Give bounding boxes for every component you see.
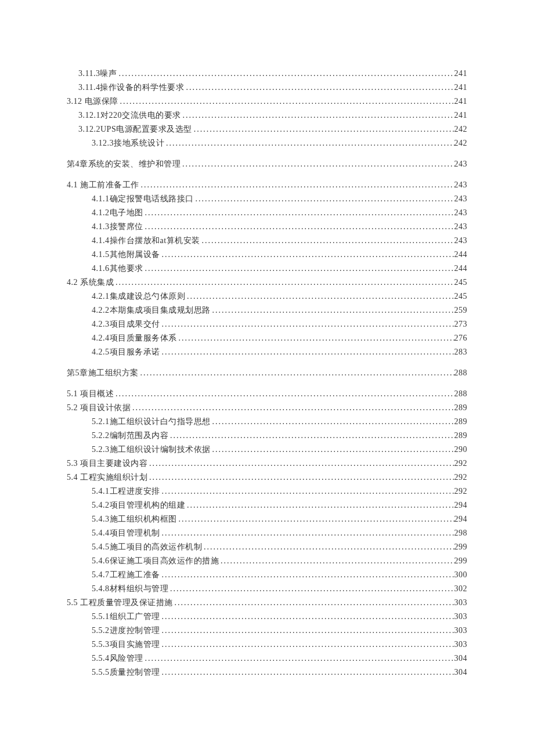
toc-entry[interactable]: 4.2 系统集成245 bbox=[67, 276, 467, 290]
table-of-contents: 3.11.3噪声2413.11.4操作设备的科学性要求 2413.12 电源保障… bbox=[67, 67, 467, 679]
toc-page-number: 292 bbox=[454, 457, 468, 471]
toc-page-number: 298 bbox=[454, 526, 468, 540]
toc-page-number: 289 bbox=[454, 429, 468, 443]
toc-label: 5.4 工程实施组织计划 bbox=[67, 471, 147, 484]
toc-entry[interactable]: 3.12.3接地系统设计242 bbox=[67, 136, 467, 150]
toc-entry[interactable]: 3.11.4操作设备的科学性要求 241 bbox=[67, 81, 467, 95]
toc-entry[interactable]: 5.4.2项目管理机构的组建 294 bbox=[67, 498, 467, 512]
toc-label: 5.4.1工程进度安排 bbox=[92, 484, 160, 498]
toc-leader-dots bbox=[160, 665, 454, 679]
toc-label: 5.2.3施工组织设计编制技术依据 bbox=[92, 443, 211, 457]
toc-page-number: 288 bbox=[454, 366, 468, 380]
toc-entry[interactable]: 4.2.5项目服务承诺283 bbox=[67, 345, 467, 359]
toc-entry[interactable]: 5.1 项目概述288 bbox=[67, 387, 467, 401]
toc-entry[interactable]: 第5章施工组织方案 288 bbox=[67, 366, 467, 380]
toc-page-number: 299 bbox=[454, 540, 468, 554]
toc-leader-dots bbox=[160, 624, 454, 638]
toc-entry[interactable]: 5.4.7工程施工准备300 bbox=[67, 568, 467, 582]
toc-entry[interactable]: 4.1 施工前准备工作 243 bbox=[67, 178, 467, 192]
toc-entry[interactable]: 5.4.1工程进度安排 292 bbox=[67, 484, 467, 498]
toc-leader-dots bbox=[147, 457, 454, 471]
toc-entry[interactable]: 3.12.1对220交流供电的要求 241 bbox=[67, 108, 467, 122]
toc-label: 4.1 施工前准备工作 bbox=[67, 178, 139, 192]
toc-entry[interactable]: 5.2.2编制范围及内容289 bbox=[67, 429, 467, 443]
toc-page-number: 243 bbox=[454, 234, 468, 248]
toc-label: 3.12.2UPS电源配置要求及选型 bbox=[78, 122, 192, 136]
toc-page-number: 289 bbox=[454, 415, 468, 429]
toc-leader-dots bbox=[114, 276, 454, 290]
toc-entry[interactable]: 3.12.2UPS电源配置要求及选型 242 bbox=[67, 122, 467, 136]
toc-entry[interactable]: 4.2.3项目成果交付273 bbox=[67, 317, 467, 331]
toc-leader-dots bbox=[160, 345, 454, 359]
toc-leader-dots bbox=[139, 366, 454, 380]
toc-label: 5.4.6保证施工项目高效运作的措施 bbox=[92, 554, 219, 568]
toc-leader-dots bbox=[168, 429, 454, 443]
toc-entry[interactable]: 5.4.6保证施工项目高效运作的措施 299 bbox=[67, 554, 467, 568]
toc-entry[interactable]: 5.5 工程质量管理及保证措施 303 bbox=[67, 596, 467, 610]
toc-leader-dots bbox=[168, 582, 454, 596]
toc-entry[interactable]: 5.4.8材料组织与管理 302 bbox=[67, 582, 467, 596]
toc-leader-dots bbox=[139, 178, 454, 192]
toc-label: 4.1.6其他要求 bbox=[92, 262, 143, 276]
toc-entry[interactable]: 3.11.3噪声241 bbox=[67, 67, 467, 81]
toc-label: 3.11.4操作设备的科学性要求 bbox=[78, 81, 184, 95]
toc-entry[interactable]: 5.4 工程实施组织计划 292 bbox=[67, 471, 467, 484]
toc-entry[interactable]: 4.1.2电子地图243 bbox=[67, 206, 467, 220]
toc-leader-dots bbox=[143, 220, 454, 234]
toc-label: 4.2 系统集成 bbox=[67, 276, 114, 290]
toc-label: 5.2 项目设计依据 bbox=[67, 401, 131, 415]
toc-entry[interactable]: 4.1.3接警席位243 bbox=[67, 220, 467, 234]
toc-entry[interactable]: 5.4.3施工组织机构框图 294 bbox=[67, 512, 467, 526]
toc-page-number: 243 bbox=[454, 157, 468, 171]
toc-label: 5.5.1组织工广管理 bbox=[92, 610, 160, 624]
toc-entry[interactable]: 4.2.2本期集成项目集成规划思路 259 bbox=[67, 303, 467, 317]
toc-entry[interactable]: 5.2.3施工组织设计编制技术依据 290 bbox=[67, 443, 467, 457]
toc-page-number: 241 bbox=[454, 81, 468, 95]
toc-entry[interactable]: 5.4.4项目管理机制298 bbox=[67, 526, 467, 540]
toc-leader-dots bbox=[184, 81, 454, 95]
toc-page-number: 304 bbox=[454, 652, 468, 665]
toc-label: 5.2.1施工组织设计白勺指导思想 bbox=[92, 415, 211, 429]
toc-entry[interactable]: 5.5.1组织工广管理303 bbox=[67, 610, 467, 624]
toc-label: 5.4.4项目管理机制 bbox=[92, 526, 160, 540]
toc-entry[interactable]: 4.1.6其他要求244 bbox=[67, 262, 467, 276]
toc-leader-dots bbox=[181, 157, 454, 171]
toc-entry[interactable]: 4.2.4项目质量服务体系 276 bbox=[67, 331, 467, 345]
toc-page-number: 241 bbox=[454, 108, 468, 122]
toc-leader-dots bbox=[160, 610, 454, 624]
toc-leader-dots bbox=[143, 262, 454, 276]
toc-entry[interactable]: 5.2.1施工组织设计白勺指导思想 289 bbox=[67, 415, 467, 429]
toc-entry[interactable]: 5.5.3项目实施管理303 bbox=[67, 638, 467, 652]
toc-entry[interactable]: 5.3 项目主要建设内容 292 bbox=[67, 457, 467, 471]
toc-page-number: 243 bbox=[454, 192, 468, 206]
toc-page-number: 245 bbox=[454, 276, 468, 290]
toc-label: 3.12.1对220交流供电的要求 bbox=[78, 108, 181, 122]
toc-entry[interactable]: 5.4.5施工项目的高效运作机制 299 bbox=[67, 540, 467, 554]
toc-leader-dots bbox=[131, 401, 454, 415]
toc-leader-dots bbox=[211, 303, 454, 317]
toc-label: 5.5.2进度控制管理 bbox=[92, 624, 160, 638]
toc-page-number: 283 bbox=[454, 345, 468, 359]
toc-page-number: 243 bbox=[454, 206, 468, 220]
toc-entry[interactable]: 4.1.1确定报警电话线路接口 243 bbox=[67, 192, 467, 206]
toc-entry[interactable]: 5.5.2进度控制管理303 bbox=[67, 624, 467, 638]
toc-entry[interactable]: 3.12 电源保障241 bbox=[67, 95, 467, 108]
toc-entry[interactable]: 4.1.4操作台摆放和at算机安装 243 bbox=[67, 234, 467, 248]
toc-page-number: 288 bbox=[454, 387, 468, 401]
toc-page-number: 303 bbox=[454, 610, 468, 624]
toc-entry[interactable]: 5.5.5质量控制管理304 bbox=[67, 665, 467, 679]
toc-page-number: 244 bbox=[454, 262, 468, 276]
toc-leader-dots bbox=[202, 540, 454, 554]
toc-leader-dots bbox=[160, 317, 454, 331]
toc-entry[interactable]: 4.2.1集成建设总勺体原则 245 bbox=[67, 290, 467, 303]
toc-leader-dots bbox=[211, 415, 454, 429]
toc-label: 5.3 项目主要建设内容 bbox=[67, 457, 147, 471]
toc-entry[interactable]: 第4章系统的安装、维护和管理 243 bbox=[67, 157, 467, 171]
toc-page-number: 241 bbox=[454, 67, 468, 81]
toc-leader-dots bbox=[114, 387, 454, 401]
toc-label: 5.4.5施工项目的高效运作机制 bbox=[92, 540, 202, 554]
toc-entry[interactable]: 5.2 项目设计依据 289 bbox=[67, 401, 467, 415]
toc-entry[interactable]: 4.1.5其他附属设备244 bbox=[67, 248, 467, 262]
toc-page-number: 273 bbox=[454, 317, 468, 331]
toc-entry[interactable]: 5.5.4风险管理304 bbox=[67, 652, 467, 665]
